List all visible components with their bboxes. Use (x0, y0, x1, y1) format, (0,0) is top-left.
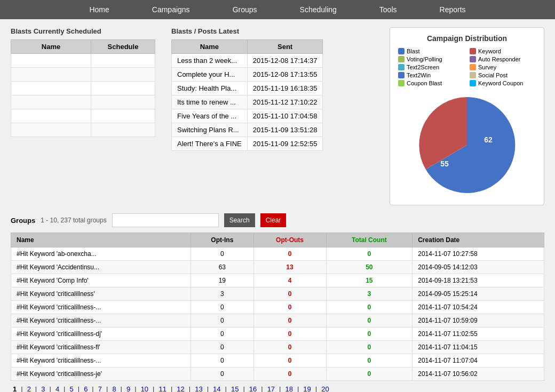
page-separator: | (277, 385, 283, 392)
group-optins: 0 (191, 247, 253, 261)
group-name: #Hit Keyword 'criticalillness-... (11, 354, 191, 367)
group-date: 2014-11-07 10:54:24 (413, 301, 544, 314)
legend-label: Text2Win (407, 72, 431, 78)
post-sent: 2015-12-08 17:14:37 (247, 54, 323, 68)
group-date: 2014-11-07 10:56:02 (413, 367, 544, 381)
group-name: #Hit Keyword 'criticalillness-dj' (11, 327, 191, 341)
page-separator: | (187, 385, 193, 392)
legend-item: Text2Win (398, 72, 464, 78)
nav-reports[interactable]: Reports (418, 0, 487, 19)
blast-name (11, 54, 91, 68)
group-optins: 0 (191, 341, 253, 354)
group-date: 2014-09-05 15:25:14 (413, 287, 544, 301)
post-sent: 2015-11-09 13:51:28 (247, 123, 323, 137)
posts-title: Blasts / Posts Latest (171, 27, 323, 35)
nav-campaigns[interactable]: Campaigns (131, 0, 211, 19)
page-separator: | (169, 385, 175, 392)
group-optouts: 13 (253, 261, 326, 274)
blasts-scheduled-panel: Blasts Currently Scheduled Name Schedule (11, 27, 155, 137)
page-link[interactable]: 10 (139, 385, 150, 392)
pagination: 1|2|3|4|5|6|7|8|9|10|11|12|13|14|15|16|1… (11, 385, 544, 392)
legend-item: Social Post (470, 72, 536, 78)
group-date: 2014-11-07 10:27:58 (413, 247, 544, 261)
page-separator: | (205, 385, 211, 392)
table-row: #Hit Keyword 'ab-onexcha... 0 0 0 2014-1… (11, 247, 544, 261)
page-link[interactable]: 13 (193, 385, 204, 392)
page-link[interactable]: 3 (39, 385, 47, 392)
nav-groups[interactable]: Groups (211, 0, 279, 19)
blasts-col-schedule: Schedule (91, 40, 155, 54)
group-name: #Hit Keyword 'ab-onexcha... (11, 247, 191, 261)
page-link[interactable]: 20 (319, 385, 331, 392)
page-link[interactable]: 11 (156, 385, 168, 392)
page-separator: | (76, 385, 82, 392)
legend-label: Blast (407, 48, 419, 54)
blast-schedule (91, 123, 155, 137)
col-optins: Opt-Ins (191, 233, 253, 247)
group-optouts: 0 (253, 314, 326, 327)
blast-label: 62 (484, 135, 493, 144)
group-total: 15 (326, 274, 413, 287)
group-name: #Hit Keyword 'criticalillness-... (11, 314, 191, 327)
page-link[interactable]: 18 (283, 385, 295, 392)
pie-chart: 62 55 (398, 92, 536, 198)
group-total: 0 (326, 367, 413, 381)
post-sent: 2015-11-12 17:10:22 (247, 95, 323, 109)
blast-schedule (91, 95, 155, 109)
col-date: Creation Date (413, 233, 544, 247)
group-date: 2014-11-07 11:07:04 (413, 354, 544, 367)
group-optins: 0 (191, 327, 253, 341)
nav-scheduling[interactable]: Scheduling (279, 0, 358, 19)
table-row (11, 95, 155, 109)
page-separator: | (313, 385, 319, 392)
blast-schedule (91, 82, 155, 95)
legend-label: Social Post (478, 72, 508, 78)
post-sent: 2015-11-10 17:04:58 (247, 109, 323, 123)
page-link[interactable]: 5 (68, 385, 76, 392)
page-link[interactable]: 9 (124, 385, 132, 392)
page-link[interactable]: 6 (82, 385, 90, 392)
legend-dot (398, 48, 405, 54)
post-sent: 2015-12-08 17:13:55 (247, 68, 323, 82)
top-section: Blasts Currently Scheduled Name Schedule… (11, 27, 544, 205)
page-separator: | (259, 385, 265, 392)
group-optins: 0 (191, 301, 253, 314)
post-name: Alert! There's a FINE (172, 137, 248, 151)
group-optins: 0 (191, 354, 253, 367)
group-optins: 19 (191, 274, 253, 287)
table-row: #Hit Keyword 'criticalillness-... 0 0 0 … (11, 314, 544, 327)
page-link[interactable]: 4 (53, 385, 61, 392)
table-row: #Hit Keyword 'criticalillness-... 0 0 0 … (11, 354, 544, 367)
table-row: Switching Plans R...2015-11-09 13:51:28 (172, 123, 323, 137)
posts-panel: Blasts / Posts Latest Name Sent Less tha… (171, 27, 323, 151)
page-link[interactable]: 8 (110, 385, 118, 392)
page-link[interactable]: 2 (25, 385, 33, 392)
page-link[interactable]: 15 (229, 385, 241, 392)
table-row: #Hit Keyword 'criticalillness' 3 0 3 201… (11, 287, 544, 301)
post-sent: 2015-11-19 16:18:35 (247, 82, 323, 95)
page-link[interactable]: 1 (11, 385, 19, 392)
legend-label: Coupon Blast (407, 80, 442, 86)
page-link[interactable]: 14 (211, 385, 223, 392)
table-row: #Hit Keyword 'criticalillness-fl' 0 0 0 … (11, 341, 544, 354)
campaign-dist-title: Campaign Distribution (398, 34, 536, 43)
search-input[interactable] (112, 213, 219, 227)
nav-bar: Home Campaigns Groups Scheduling Tools R… (0, 0, 555, 19)
page-link[interactable]: 17 (265, 385, 277, 392)
group-optins: 63 (191, 261, 253, 274)
page-link[interactable]: 12 (175, 385, 186, 392)
page-link[interactable]: 19 (301, 385, 313, 392)
search-button[interactable]: Search (224, 213, 255, 227)
page-link[interactable]: 7 (96, 385, 104, 392)
page-link[interactable]: 16 (247, 385, 259, 392)
blasts-title: Blasts Currently Scheduled (11, 27, 155, 35)
nav-home[interactable]: Home (68, 0, 130, 19)
legend-label: Text2Screen (407, 64, 439, 70)
nav-tools[interactable]: Tools (358, 0, 418, 19)
legend-item: Auto Responder (470, 56, 536, 62)
legend-dot (470, 72, 476, 78)
clear-button[interactable]: Clear (260, 213, 287, 227)
legend-label: Auto Responder (478, 56, 521, 62)
page-separator: | (33, 385, 39, 392)
col-total: Total Count (326, 233, 413, 247)
